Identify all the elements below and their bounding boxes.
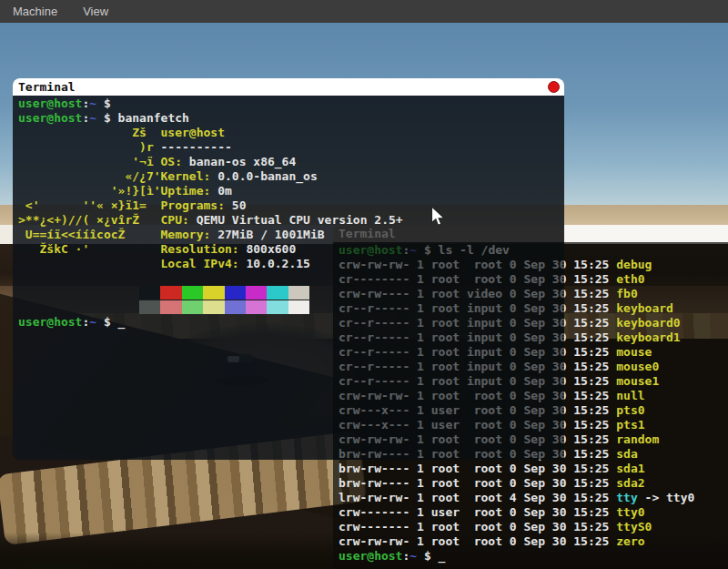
- terminal-line: brw-rw---- 1 root root 0 Sep 30 15:25 sd…: [339, 462, 728, 476]
- palette-color-block: [160, 300, 181, 314]
- terminal-line: <' ''« ×}ï1= Programs: 50: [18, 198, 564, 213]
- terminal-line: user@host:~ $ bananfetch: [18, 111, 564, 126]
- terminal-line: crw------- 1 user root 0 Sep 30 15:25 tt…: [339, 505, 728, 520]
- palette-color-block: [267, 300, 288, 314]
- terminal-line: crw-rw---- 1 root video 0 Sep 30 15:25 f…: [339, 287, 728, 301]
- terminal-line: cr--r----- 1 root input 0 Sep 30 15:25 k…: [339, 316, 728, 330]
- terminal-line: «/¿7'Kernel: 0.0.0-banan_os: [18, 169, 564, 184]
- menu-machine[interactable]: Machine: [13, 5, 57, 18]
- palette-color-block: [225, 300, 246, 314]
- terminal1-title-bar[interactable]: Terminal: [13, 78, 564, 96]
- terminal-line: crw-rw-rw- 1 root root 0 Sep 30 15:25 nu…: [339, 389, 728, 403]
- terminal-line: cr--r----- 1 root input 0 Sep 30 15:25 m…: [339, 374, 728, 389]
- terminal-line: crw------- 1 root root 0 Sep 30 15:25 tt…: [339, 520, 728, 534]
- terminal-line: )r ----------: [18, 140, 564, 155]
- terminal2-title-bar[interactable]: Terminal: [333, 225, 728, 242]
- terminal-line: cr--r----- 1 root input 0 Sep 30 15:25 m…: [339, 345, 728, 360]
- terminal1-title: Terminal: [18, 80, 76, 94]
- close-icon[interactable]: [548, 81, 560, 93]
- mouse-cursor-icon: [430, 207, 446, 227]
- terminal-line: user@host:~ $ ls -l /dev: [339, 243, 728, 258]
- palette-color-block: [139, 300, 160, 314]
- palette-color-block: [288, 286, 309, 300]
- terminal-line: user@host:~ $: [18, 97, 564, 111]
- terminal-line: cr--r----- 1 root input 0 Sep 30 15:25 k…: [339, 301, 728, 316]
- terminal-line: crw---x--- 1 user root 0 Sep 30 15:25 pt…: [339, 418, 728, 432]
- terminal-line: crw-rw-rw- 1 root root 0 Sep 30 15:25 ze…: [339, 534, 728, 549]
- terminal2-content[interactable]: user@host:~ $ ls -l /devcrw-rw-rw- 1 roo…: [333, 242, 728, 569]
- virtual-machine-screen: Machine View Terminal user@host:~ $user@…: [0, 0, 728, 569]
- terminal-line: crw---x--- 1 user root 0 Sep 30 15:25 pt…: [339, 403, 728, 418]
- vm-menu-bar: Machine View: [0, 0, 728, 23]
- terminal-line: brw-rw---- 1 root root 0 Sep 30 15:25 sd…: [339, 447, 728, 462]
- palette-color-block: [203, 286, 224, 300]
- terminal-window-ls-dev[interactable]: Terminal user@host:~ $ ls -l /devcrw-rw-…: [333, 225, 728, 569]
- palette-color-block: [160, 286, 181, 300]
- terminal-line: '»!}[ì'Uptime: 0m: [18, 184, 564, 198]
- palette-color-block: [182, 286, 203, 300]
- terminal-line: cr--r----- 1 root input 0 Sep 30 15:25 k…: [339, 330, 728, 345]
- terminal-line: cr--r----- 1 root input 0 Sep 30 15:25 m…: [339, 360, 728, 374]
- palette-color-block: [139, 286, 160, 300]
- terminal-line: cr-------- 1 root root 0 Sep 30 15:25 et…: [339, 272, 728, 287]
- terminal-line: user@host:~ $ _: [339, 549, 728, 564]
- terminal-line: crw-rw-rw- 1 root root 0 Sep 30 15:25 ra…: [339, 432, 728, 447]
- terminal-line: Zš user@host: [18, 126, 564, 140]
- palette-color-block: [246, 286, 267, 300]
- palette-color-block: [246, 300, 267, 314]
- palette-color-block: [288, 300, 309, 314]
- menu-view[interactable]: View: [83, 5, 108, 18]
- palette-color-block: [182, 300, 203, 314]
- terminal-line: brw-rw---- 1 root root 0 Sep 30 15:25 sd…: [339, 476, 728, 491]
- terminal2-title: Terminal: [339, 227, 396, 240]
- terminal-line: crw-rw-rw- 1 root root 0 Sep 30 15:25 de…: [339, 258, 728, 272]
- palette-color-block: [225, 286, 246, 300]
- terminal-line: '¬ï OS: banan-os x86_64: [18, 155, 564, 169]
- palette-color-block: [267, 286, 288, 300]
- terminal-line: lrw-rw-rw- 1 root root 4 Sep 30 15:25 tt…: [339, 491, 728, 505]
- palette-color-block: [203, 300, 224, 314]
